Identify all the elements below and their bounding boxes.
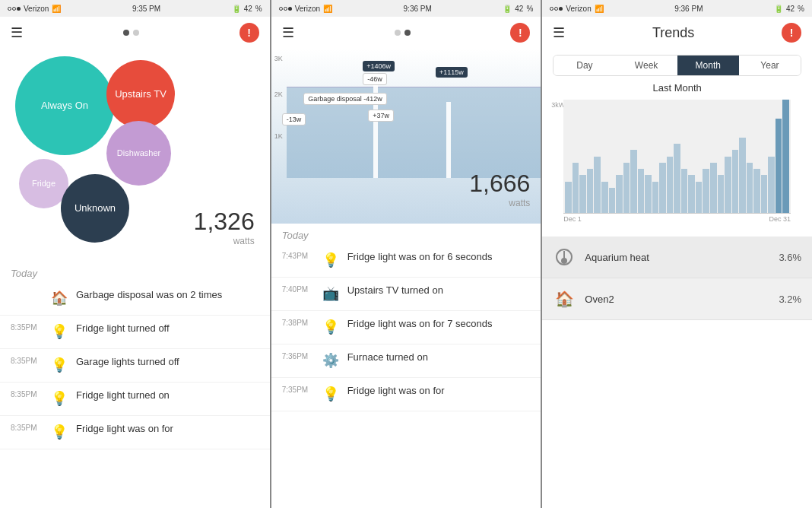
- furnace-icon: ⚙️: [322, 351, 340, 370]
- alert-button-3[interactable]: !: [782, 23, 801, 43]
- bar-item: [703, 169, 709, 213]
- bar-item: [565, 182, 572, 213]
- feed-item: 8:35PM 💡 Fridge light was on for: [0, 416, 270, 449]
- bar-item: [587, 169, 594, 213]
- menu-button-2[interactable]: ☰: [282, 24, 294, 41]
- home-icon: 🏠: [553, 287, 576, 310]
- feed-text: Garage lights turned off: [76, 355, 259, 369]
- top-nav-1: ☰ !: [0, 17, 270, 49]
- page-dots-1: [123, 30, 139, 36]
- feed-text: Fridge light was on for: [76, 422, 259, 436]
- today-label-1: Today: [0, 262, 270, 282]
- page-dot-1[interactable]: [123, 30, 129, 36]
- trends-items: Aquarium heat 3.6% 🏠 Oven2 3.2%: [542, 237, 812, 320]
- feed-text: Fridge light was on for: [347, 384, 531, 398]
- tooltip-46: -46w: [363, 73, 387, 85]
- feed-time: 7:35PM: [282, 384, 314, 394]
- carrier-label: Verizon: [566, 5, 591, 13]
- signal-dot: [279, 7, 283, 11]
- feed-text: Garbage disposal was on 2 times: [76, 288, 259, 302]
- bar-item: [630, 150, 637, 213]
- x-start-label: Dec 1: [563, 215, 582, 223]
- page-dot-1[interactable]: [395, 30, 401, 36]
- chart-area[interactable]: 3K 2K 1K +1406w -46w +1115w Garbage disp…: [271, 49, 541, 224]
- trend-name-aquarium: Aquarium heat: [585, 252, 769, 263]
- signal-dots: [279, 7, 292, 11]
- page-dot-2[interactable]: [404, 30, 411, 36]
- trend-pct-aquarium: 3.6%: [779, 252, 801, 263]
- menu-button-1[interactable]: ☰: [11, 24, 23, 41]
- today-label-2: Today: [271, 224, 541, 244]
- status-left-2: Verizon 📶: [279, 5, 332, 13]
- wifi-icon: 📶: [595, 5, 604, 13]
- y-label-2k: 2K: [274, 90, 283, 98]
- page-dot-2[interactable]: [133, 30, 139, 36]
- bar-item: [616, 175, 623, 213]
- feed-section-2: Today 7:43PM 💡 Fridge light was on for 6…: [271, 224, 541, 508]
- bubble-upstairs-tv[interactable]: Upstairs TV: [106, 60, 175, 129]
- feed-text: Furnace turned on: [347, 351, 531, 364]
- feed-item: 8:35PM 💡 Fridge light turned on: [0, 383, 270, 416]
- period-year-btn[interactable]: Year: [739, 56, 801, 75]
- top-nav-3: ☰ Trends !: [542, 17, 812, 49]
- bar-chart[interactable]: [563, 100, 791, 214]
- feed-text: Upstairs TV turned on: [347, 284, 531, 297]
- chart-spike-1: [373, 71, 378, 178]
- bulb-icon: 💡: [322, 318, 340, 336]
- y-label-1k: 1K: [274, 132, 283, 140]
- menu-button-3[interactable]: ☰: [553, 24, 565, 41]
- bar-item: [761, 175, 768, 213]
- period-day-btn[interactable]: Day: [553, 56, 615, 75]
- time-label: 9:36 PM: [404, 5, 432, 13]
- bar-item: [681, 169, 688, 213]
- feed-time: 7:38PM: [282, 317, 314, 327]
- wifi-icon: 📶: [52, 5, 61, 13]
- tv-icon: 📺: [322, 284, 340, 303]
- bar-item: [601, 182, 608, 213]
- watts-value-1: 1,326: [194, 208, 255, 236]
- feed-time: 8:35PM: [11, 322, 43, 332]
- signal-dot: [550, 7, 553, 11]
- alert-button-1[interactable]: !: [239, 23, 259, 43]
- signal-dot: [288, 7, 292, 11]
- bar-item: [652, 182, 659, 213]
- period-selector: Day Week Month Year: [553, 55, 801, 76]
- status-right-2: 🔋 42 %: [503, 5, 533, 13]
- feed-section-1: Today 🏠 Garbage disposal was on 2 times …: [0, 262, 270, 508]
- watts-label-1: watts: [194, 236, 255, 246]
- feed-time: 7:43PM: [282, 250, 314, 260]
- carrier-label: Verizon: [24, 5, 49, 13]
- signal-dot: [559, 7, 563, 11]
- bar-item: [753, 169, 760, 213]
- bar-item: [638, 169, 645, 213]
- period-month-btn[interactable]: Month: [677, 56, 739, 75]
- period-week-btn[interactable]: Week: [616, 56, 677, 75]
- home-icon: 🏠: [50, 289, 68, 307]
- bar-item: [579, 175, 586, 213]
- wifi-icon: 📶: [323, 5, 332, 13]
- bulb-icon: 💡: [50, 356, 68, 374]
- battery-icon: 🔋: [774, 5, 783, 13]
- bar-item: [688, 175, 695, 213]
- feed-time: 8:35PM: [11, 355, 43, 365]
- bar-item: [739, 138, 746, 213]
- feed-item: 7:43PM 💡 Fridge light was on for 6 secon…: [271, 244, 541, 278]
- alert-button-2[interactable]: !: [510, 23, 530, 43]
- feed-text: Fridge light turned off: [76, 322, 259, 335]
- bubble-dishwasher[interactable]: Dishwasher: [106, 121, 171, 186]
- bar-chart-inner: [563, 100, 791, 213]
- page-title-3: Trends: [652, 25, 694, 41]
- feed-item: 7:36PM ⚙️ Furnace turned on: [271, 344, 541, 378]
- page-dots-2: [395, 30, 411, 36]
- feed-time: 7:36PM: [282, 351, 314, 360]
- trend-name-oven: Oven2: [585, 294, 769, 305]
- bubble-always-on[interactable]: Always On: [15, 56, 114, 155]
- feed-time: 8:35PM: [11, 422, 43, 432]
- status-bar-3: Verizon 📶 9:36 PM 🔋 42 %: [542, 0, 812, 17]
- bubble-unknown[interactable]: Unknown: [61, 174, 129, 243]
- signal-dot: [12, 7, 16, 11]
- bar-item: [674, 144, 680, 213]
- feed-text: Fridge light was on for 6 seconds: [347, 250, 531, 264]
- feed-text: Fridge light was on for 7 seconds: [347, 317, 531, 331]
- time-label: 9:35 PM: [132, 5, 160, 13]
